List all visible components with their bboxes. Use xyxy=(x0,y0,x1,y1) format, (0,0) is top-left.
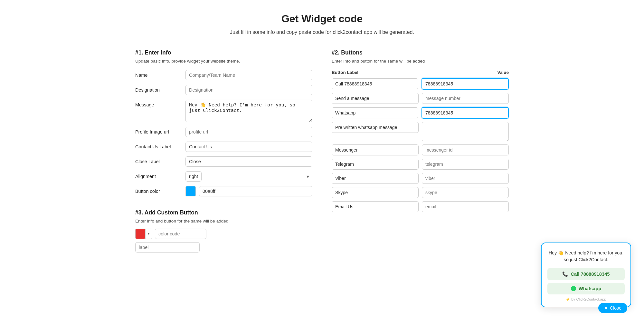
page-title: Get Widget code xyxy=(135,13,509,25)
call-value-input[interactable] xyxy=(421,78,509,90)
section3-title: #3. Add Custom Button xyxy=(135,209,312,216)
widget-whatsapp-button[interactable]: Whatsapp xyxy=(547,283,625,294)
custom-label-row xyxy=(135,242,312,253)
widget-preview: Hey 👋 Need help? I'm here for you, so ju… xyxy=(541,243,631,307)
enter-info-section: #1. Enter Info Update basic info, provid… xyxy=(135,49,312,253)
widget-close-button[interactable]: ✕ Close xyxy=(598,303,627,313)
custom-label-input[interactable] xyxy=(135,242,200,253)
widget-close-label: Close xyxy=(610,305,621,311)
prewritten-whatsapp-value-textarea[interactable] xyxy=(422,122,509,141)
col-button-label: Button Label xyxy=(332,70,358,75)
close-label-label: Close Label xyxy=(135,156,180,164)
custom-color-swatch[interactable] xyxy=(135,229,146,239)
section1-desc: Update basic info, provide widget your w… xyxy=(135,59,312,64)
buttons-header: Button Label Value xyxy=(332,70,509,75)
section3-desc: Enter Info and button for the same will … xyxy=(135,219,312,223)
name-label: Name xyxy=(135,70,180,78)
skype-value-input[interactable] xyxy=(422,187,509,198)
contact-us-label-row: Contact Us Label xyxy=(135,142,312,152)
skype-label-input[interactable] xyxy=(332,187,419,198)
message-textarea[interactable]: Hey 👋 Need help? I'm here for you, so ju… xyxy=(185,100,312,122)
button-color-row: Button color xyxy=(135,186,312,196)
email-btn-row xyxy=(332,201,509,212)
name-row: Name xyxy=(135,70,312,80)
message-row: Message Hey 👋 Need help? I'm here for yo… xyxy=(135,100,312,122)
profile-image-row: Profile Image url xyxy=(135,127,312,137)
widget-message: Hey 👋 Need help? I'm here for you, so ju… xyxy=(547,250,625,263)
name-input[interactable] xyxy=(185,70,312,80)
email-value-input[interactable] xyxy=(422,201,509,212)
messenger-value-input[interactable] xyxy=(422,144,509,155)
prewritten-whatsapp-row xyxy=(332,122,509,141)
button-color-wrapper xyxy=(185,186,312,196)
button-color-label: Button color xyxy=(135,186,180,194)
contact-us-label-input[interactable] xyxy=(185,142,312,152)
messenger-label-input[interactable] xyxy=(332,144,419,155)
designation-row: Designation xyxy=(135,85,312,95)
alignment-row: Alignment left right xyxy=(135,171,312,182)
telegram-label-input[interactable] xyxy=(332,159,419,170)
telegram-btn-row xyxy=(332,159,509,170)
custom-color-row: ▾ xyxy=(135,229,312,239)
close-x-icon: ✕ xyxy=(604,305,608,311)
widget-whatsapp-label: Whatsapp xyxy=(579,286,601,291)
viber-value-input[interactable] xyxy=(422,173,509,184)
send-message-label-input[interactable] xyxy=(332,93,419,104)
section2-desc: Enter Info and button for the same will … xyxy=(332,59,509,64)
custom-button-section: #3. Add Custom Button Enter Info and but… xyxy=(135,209,312,253)
profile-image-input[interactable] xyxy=(185,127,312,137)
phone-icon: 📞 xyxy=(562,271,568,277)
viber-label-input[interactable] xyxy=(332,173,419,184)
designation-input[interactable] xyxy=(185,85,312,95)
prewritten-whatsapp-label-input[interactable] xyxy=(332,122,419,133)
send-message-btn-row xyxy=(332,93,509,104)
alignment-label: Alignment xyxy=(135,171,180,179)
close-label-row: Close Label xyxy=(135,156,312,167)
telegram-value-input[interactable] xyxy=(422,159,509,170)
whatsapp-icon xyxy=(571,286,576,291)
widget-credit: ⚡ by Click2Contact.app xyxy=(547,297,625,302)
whatsapp-btn-row xyxy=(332,107,509,119)
buttons-section: #2. Buttons Enter Info and button for th… xyxy=(332,49,509,215)
message-label: Message xyxy=(135,100,180,107)
email-label-input[interactable] xyxy=(332,201,419,212)
close-label-input[interactable] xyxy=(185,156,312,167)
section2-title: #2. Buttons xyxy=(332,49,509,56)
whatsapp-value-input[interactable] xyxy=(421,107,509,119)
call-label-input[interactable] xyxy=(332,78,418,89)
designation-label: Designation xyxy=(135,85,180,93)
call-btn-row xyxy=(332,78,509,90)
button-color-input[interactable] xyxy=(199,186,312,196)
alignment-select-wrapper: left right xyxy=(185,171,312,182)
viber-btn-row xyxy=(332,173,509,184)
profile-image-label: Profile Image url xyxy=(135,127,180,134)
col-value-label: Value xyxy=(497,70,509,75)
alignment-select[interactable]: left right xyxy=(185,171,202,182)
messenger-btn-row xyxy=(332,144,509,155)
section1-title: #1. Enter Info xyxy=(135,49,312,56)
button-color-swatch[interactable] xyxy=(185,186,196,196)
skype-btn-row xyxy=(332,187,509,198)
whatsapp-label-input[interactable] xyxy=(332,107,418,118)
send-message-value-input[interactable] xyxy=(422,93,509,104)
contact-us-label-label: Contact Us Label xyxy=(135,142,180,149)
widget-call-button[interactable]: 📞 Call 78888918345 xyxy=(547,268,625,280)
page-subtitle: Just fill in some info and copy paste co… xyxy=(135,28,509,36)
custom-color-code-input[interactable] xyxy=(155,229,206,239)
custom-color-chevron-icon[interactable]: ▾ xyxy=(145,229,152,239)
widget-call-label: Call 78888918345 xyxy=(571,272,610,277)
